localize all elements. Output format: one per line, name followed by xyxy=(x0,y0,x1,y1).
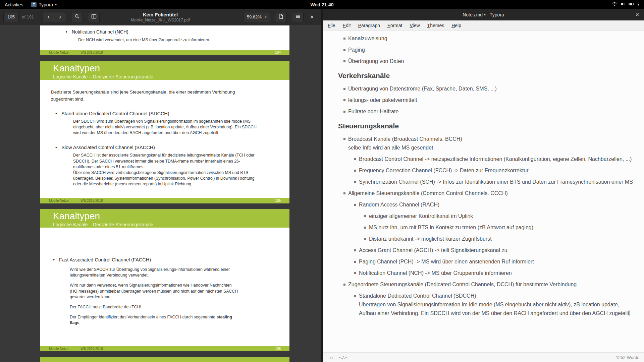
side-pane-icon xyxy=(91,14,97,20)
slide-page-number: 104 xyxy=(275,51,281,54)
md-list-item[interactable]: Fullrate oder Halfrate xyxy=(323,106,644,117)
slide-title: Kanaltypen xyxy=(53,211,289,222)
slide-paragraph: Über den SACCH wird verbindungsbezogene … xyxy=(73,170,259,187)
bullet-icon: • xyxy=(55,111,57,116)
pdf-slide-106: Kanaltypen Logische Kanäle – Dedizierte … xyxy=(40,209,289,351)
activities-button[interactable]: Activities xyxy=(0,0,28,9)
source-code-mode-icon[interactable]: </> xyxy=(336,355,350,360)
search-icon xyxy=(74,14,80,20)
slide-paragraph: Wird wie der SACCH zur Übertragung von S… xyxy=(70,267,239,278)
slide-page-number: 106 xyxy=(275,347,281,351)
close-icon: ✕ xyxy=(635,12,639,17)
md-list-item[interactable]: Broadcast Kanäle (Broadcast Channels, BC… xyxy=(323,133,644,145)
pdf-page-area[interactable]: •Notification Channel (NCH) Der NCH wird… xyxy=(0,25,321,362)
md-list-item[interactable]: Zugeordnete Steuerungskanäle (Dedicated … xyxy=(323,279,644,290)
text-cursor xyxy=(630,310,630,316)
zoom-selector[interactable]: 59.62% ▾ xyxy=(243,12,270,22)
page-number-input[interactable] xyxy=(3,12,19,22)
menu-edit[interactable]: Edit xyxy=(339,20,355,30)
gnome-top-bar: Activities T Typora ▾ Wed 21:40 ▾ xyxy=(0,0,644,9)
slide-paragraph: Der FACCH nutzt Bandbreite des TCH! xyxy=(70,304,239,310)
chevron-down-icon: ▾ xyxy=(638,3,639,6)
document-icon xyxy=(278,14,284,20)
app-menu[interactable]: T Typora ▾ xyxy=(28,0,60,9)
battery-icon xyxy=(629,1,635,8)
close-window-button[interactable]: ✕ xyxy=(306,14,317,20)
footer-course: Mobile Netze xyxy=(49,199,68,202)
markdown-editor[interactable]: Kanalzuweisung Paging Übertragung von Da… xyxy=(323,31,644,352)
word-count[interactable]: 1252 Words xyxy=(616,355,639,360)
slide-bullet-heading: •Fast Associated Control Channel (FACCH) xyxy=(53,257,289,262)
md-list-item[interactable]: Notification Channel (NCH) -> MS über Gr… xyxy=(323,267,644,279)
menu-button[interactable] xyxy=(292,12,304,22)
pdf-header-bar: of 191 ‹ › Kein Folientitel Mobile_Netze… xyxy=(0,9,321,25)
previous-page-button[interactable]: ‹ xyxy=(43,12,54,22)
slide-bullet-heading: •Slow Associated Control Channel (SACCH) xyxy=(55,145,289,150)
outline-toggle-icon[interactable]: ○ xyxy=(327,355,336,360)
md-list-item[interactable]: Broadcast Control Channel -> netzspezifi… xyxy=(323,154,644,165)
md-list-item[interactable]: Paging xyxy=(323,44,644,56)
slide-page-number: 105 xyxy=(275,199,281,202)
slide-footer: Mobile Netze WS 2017/2018 106 xyxy=(40,346,289,351)
slide-body: •Fast Associated Control Channel (FACCH)… xyxy=(40,228,289,346)
footer-term: WS 2017/2018 xyxy=(80,51,103,54)
md-list-item[interactable]: MS nutz ihn, um mit BTS in Kontakt zu tr… xyxy=(323,222,644,233)
next-page-button[interactable]: › xyxy=(54,12,66,22)
typora-window-title: Notes.md • - Typora xyxy=(463,12,504,17)
menu-format[interactable]: Format xyxy=(384,20,406,30)
network-icon xyxy=(612,1,617,8)
md-list-item[interactable]: Synchronization Channel (SCH) -> Infos z… xyxy=(323,176,644,188)
volume-icon xyxy=(620,1,626,8)
pdf-slide-105: Kanaltypen Logische Kanäle – Dedizierte … xyxy=(40,61,289,203)
menu-paragraph[interactable]: Paragraph xyxy=(355,20,384,30)
md-list-item[interactable]: Frequency Correction Channel (FCCH) -> D… xyxy=(323,165,644,176)
annotate-button[interactable] xyxy=(275,12,287,22)
slide-subtitle: Logische Kanäle – Dedizierte Steuerungsk… xyxy=(53,222,289,227)
md-list-item[interactable]: einziger allgemeiner Kontrollkanal im Up… xyxy=(323,210,644,222)
menu-view[interactable]: View xyxy=(406,20,423,30)
footer-course: Mobile Netze xyxy=(49,347,68,351)
md-list-item[interactable]: Distanz unbekannt -> möglichst kurzer Zu… xyxy=(323,233,644,245)
bullet-icon: • xyxy=(53,257,55,262)
md-list-item[interactable]: Random Access Channel (RACH) xyxy=(323,199,644,210)
md-list-item[interactable]: Übertragung von Datenströme (Fax, Sprach… xyxy=(323,83,644,95)
page-nav-group: ‹ › xyxy=(43,12,66,22)
md-heading[interactable]: Verkehrskanäle xyxy=(323,72,644,80)
menu-file[interactable]: File xyxy=(324,20,339,30)
slide-subtitle: Logische Kanäle – Dedizierte Steuerungsk… xyxy=(53,74,289,79)
slide-paragraph: Der Empfänger identifiziert das Vorhande… xyxy=(70,314,239,326)
system-tray[interactable]: ▾ xyxy=(609,0,642,9)
md-heading[interactable]: Steuerungskanäle xyxy=(323,122,644,130)
document-filename: Mobile_Netze_JKU_WS2017.pdf xyxy=(90,17,231,22)
slide-paragraph: Der NCH wird verwendet, um eine MS über … xyxy=(78,38,289,42)
md-list-item[interactable]: Access Grant Channel (AGCH) -> teilt Sig… xyxy=(323,245,644,256)
md-list-item[interactable]: Standalone Dedicated Control Channel (SD… xyxy=(323,290,644,302)
search-button[interactable] xyxy=(71,12,83,22)
bullet-icon: • xyxy=(55,145,57,150)
md-list-item[interactable]: Übertragung von Daten xyxy=(323,56,644,67)
slide-footer: Mobile Netze WS 2017/2018 104 xyxy=(40,50,289,55)
footer-term: WS 2017/2018 xyxy=(80,347,103,351)
md-list-item[interactable]: Paging Channel (PCH) -> MS wird über ein… xyxy=(323,256,644,267)
chevron-down-icon: ▾ xyxy=(55,3,57,6)
close-window-button[interactable]: ✕ xyxy=(631,9,644,20)
menu-help[interactable]: Help xyxy=(448,20,465,30)
pdf-slide-107-edge xyxy=(40,357,289,362)
md-list-item[interactable]: Kanalzuweisung xyxy=(323,33,644,44)
menu-themes[interactable]: Themes xyxy=(424,20,448,30)
md-list-item[interactable]: leitungs- oder paketvermittelt xyxy=(323,95,644,106)
md-list-continuation[interactable]: Aufbau einer Verbindung. Ein SDCCH wird … xyxy=(323,309,644,318)
footer-term: WS 2017/2018 xyxy=(80,199,103,202)
app-menu-label: Typora xyxy=(39,2,53,7)
zoom-level-label: 59.62% xyxy=(247,14,262,19)
slide-bullet-heading: •Notification Channel (NCH) xyxy=(66,29,289,35)
sidebar-toggle-button[interactable] xyxy=(88,12,100,22)
window-title: Kein Folientitel Mobile_Netze_JKU_WS2017… xyxy=(90,12,231,22)
typora-window: Notes.md • - Typora ✕ File Edit Paragrap… xyxy=(323,9,644,362)
md-list-item[interactable]: Allgemeine Steuerungskanäle (Common Cont… xyxy=(323,188,644,199)
hamburger-icon xyxy=(295,14,301,20)
bullet-icon: • xyxy=(66,29,67,35)
clock[interactable]: Wed 21:40 xyxy=(311,2,334,7)
slide-title: Kanaltypen xyxy=(53,63,289,74)
slide-body: Dedizierte Steuerungskanäle sind jene St… xyxy=(40,80,289,198)
